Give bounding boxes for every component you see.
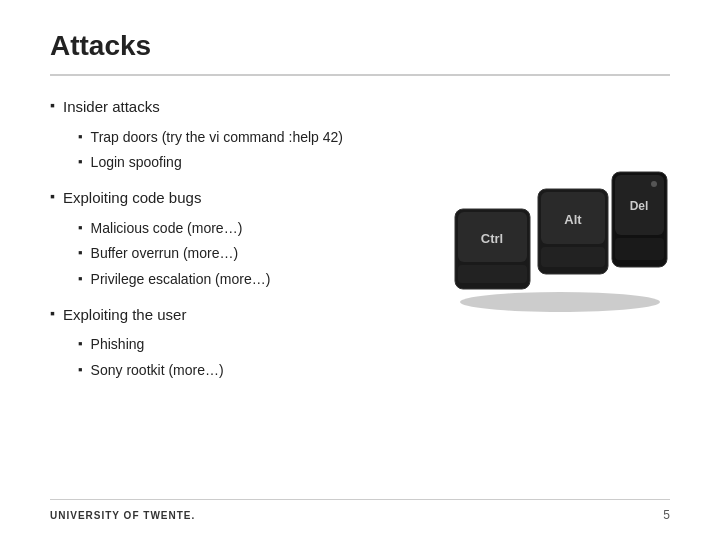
bullet-exploiting-user: ▪ Exploiting the user <box>50 302 430 328</box>
bullet-label-code: Exploiting code bugs <box>63 185 201 211</box>
bullet-icon-insider: ▪ <box>50 94 55 118</box>
svg-text:Ctrl: Ctrl <box>481 231 503 246</box>
bullet-icon-phishing: ▪ <box>78 333 83 355</box>
divider <box>50 74 670 76</box>
bullet-label-phishing: Phishing <box>91 333 145 357</box>
bullet-label-privilege: Privilege escalation (more…) <box>91 268 271 292</box>
footer: UNIVERSITY OF TWENTE. 5 <box>50 499 670 522</box>
svg-rect-11 <box>615 238 664 260</box>
bullet-icon-malicious: ▪ <box>78 217 83 239</box>
bullet-phishing: ▪ Phishing <box>78 333 430 357</box>
footer-logo: UNIVERSITY OF TWENTE. <box>50 510 195 521</box>
bullet-icon-buffer: ▪ <box>78 242 83 264</box>
footer-page-number: 5 <box>663 508 670 522</box>
bullet-icon-login: ▪ <box>78 151 83 173</box>
bullet-list: ▪ Insider attacks ▪ Trap doors (try the … <box>50 94 430 385</box>
svg-rect-7 <box>541 247 605 267</box>
svg-rect-3 <box>458 265 527 283</box>
bullet-trap-doors: ▪ Trap doors (try the vi command :help 4… <box>78 126 430 150</box>
bullet-sony-rootkit: ▪ Sony rootkit (more…) <box>78 359 430 383</box>
bullet-malicious-code: ▪ Malicious code (more…) <box>78 217 430 241</box>
bullet-exploiting-code: ▪ Exploiting code bugs <box>50 185 430 211</box>
svg-point-13 <box>651 181 657 187</box>
bullet-label-insider: Insider attacks <box>63 94 160 120</box>
bullet-icon-user: ▪ <box>50 302 55 326</box>
bullet-label-sony: Sony rootkit (more…) <box>91 359 224 383</box>
svg-text:Del: Del <box>630 199 649 213</box>
svg-point-0 <box>460 292 660 312</box>
bullet-label-user: Exploiting the user <box>63 302 186 328</box>
slide-title: Attacks <box>50 30 670 62</box>
bullet-label-buffer: Buffer overrun (more…) <box>91 242 239 266</box>
bullet-buffer-overrun: ▪ Buffer overrun (more…) <box>78 242 430 266</box>
keyboard-illustration: Ctrl Alt Del <box>450 154 670 314</box>
slide: Attacks ▪ Insider attacks ▪ Trap doors (… <box>0 0 720 540</box>
bullet-login-spoofing: ▪ Login spoofing <box>78 151 430 175</box>
bullet-label-login: Login spoofing <box>91 151 182 175</box>
content-area: ▪ Insider attacks ▪ Trap doors (try the … <box>50 94 670 385</box>
bullet-icon-privilege: ▪ <box>78 268 83 290</box>
svg-text:Alt: Alt <box>564 212 582 227</box>
keyboard-svg: Ctrl Alt Del <box>450 154 670 314</box>
bullet-privilege: ▪ Privilege escalation (more…) <box>78 268 430 292</box>
bullet-icon-sony: ▪ <box>78 359 83 381</box>
bullet-label-malicious: Malicious code (more…) <box>91 217 243 241</box>
bullet-label-trap: Trap doors (try the vi command :help 42) <box>91 126 343 150</box>
bullet-icon-trap: ▪ <box>78 126 83 148</box>
bullet-icon-code: ▪ <box>50 185 55 209</box>
bullet-insider: ▪ Insider attacks <box>50 94 430 120</box>
